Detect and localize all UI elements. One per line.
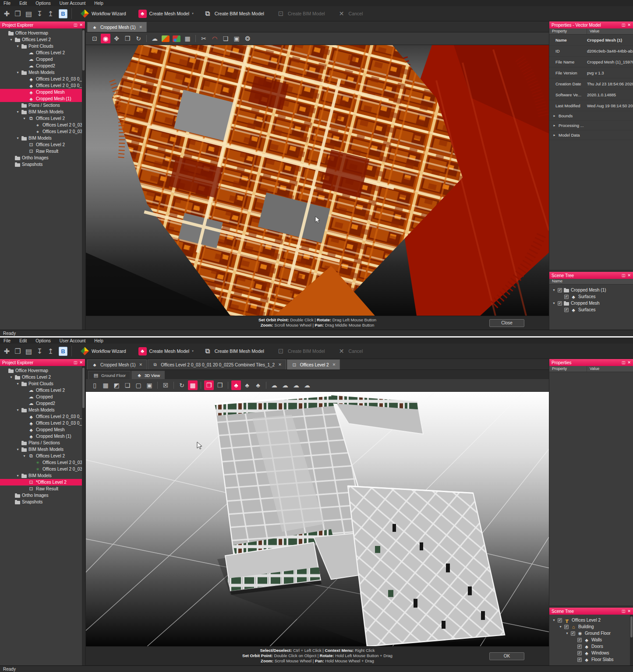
- tree-item[interactable]: ▾ BIM Models: [0, 135, 85, 141]
- tree-item[interactable]: ▾ Point Clouds: [0, 43, 85, 49]
- cloud-display-4-icon[interactable]: ☁: [302, 380, 312, 390]
- open-file-icon[interactable]: ❐: [12, 8, 23, 19]
- tree-item[interactable]: Cropped Mesh: [0, 89, 85, 95]
- scrollbar[interactable]: [82, 366, 85, 665]
- expander-icon[interactable]: ▾: [9, 375, 13, 379]
- view-tab[interactable]: Cropped Mesh (1) ✕: [87, 359, 147, 369]
- toolbar-button[interactable]: ♣ Create Mesh Model ▾: [134, 345, 198, 358]
- dock-icon[interactable]: ◫: [622, 609, 626, 613]
- floor-plan-icon[interactable]: ❏: [123, 380, 132, 390]
- elevation-display-icon[interactable]: [173, 35, 180, 42]
- bim-launcher-icon[interactable]: B: [59, 347, 67, 356]
- wireframe-display-icon[interactable]: ▦: [183, 34, 192, 43]
- new-file-icon[interactable]: ✚: [1, 345, 12, 357]
- tree-item[interactable]: ▾ Offices Level 2: [0, 374, 85, 380]
- rotate-view-icon[interactable]: ↻: [134, 34, 143, 43]
- tree-item[interactable]: Ortho Images: [0, 155, 85, 161]
- scene-tree-item[interactable]: ✓ Surfaces: [549, 293, 633, 300]
- tree-item[interactable]: Offices Level 2 0_03 0_01 ...: [0, 128, 85, 135]
- scene-tree-item[interactable]: ✓ Surfaces: [549, 306, 633, 313]
- expander-icon[interactable]: ▾: [16, 44, 20, 48]
- expander-icon[interactable]: ▾: [16, 447, 20, 451]
- visibility-checkbox[interactable]: ✓: [571, 631, 575, 636]
- dock-icon[interactable]: ◫: [622, 273, 626, 278]
- import-icon[interactable]: ↧: [34, 8, 45, 19]
- expander-icon[interactable]: ▾: [552, 288, 556, 292]
- tree-item[interactable]: Offices Level 2 0_03 0_01 ...: [0, 466, 85, 472]
- close-icon[interactable]: ✕: [79, 23, 83, 27]
- save-file-icon[interactable]: ▤: [23, 8, 34, 19]
- menu-item[interactable]: File: [4, 1, 11, 6]
- tree-item[interactable]: Raw Result: [0, 148, 85, 155]
- toolbar-button[interactable]: ✕ Cancel: [332, 7, 371, 20]
- expander-icon[interactable]: ▾: [16, 474, 20, 478]
- rotate-view-icon[interactable]: ↻: [177, 380, 187, 390]
- select-region-icon[interactable]: ⊡: [90, 34, 99, 43]
- scene-tree-item[interactable]: ▾ ✓ Ground Floor: [549, 630, 633, 637]
- tree-item[interactable]: Snapshots: [0, 161, 85, 168]
- scene-tree-item[interactable]: ▾ ✓ Building: [549, 623, 633, 630]
- visibility-checkbox[interactable]: ✓: [558, 301, 562, 306]
- tree-item[interactable]: ▾ Offices Level 2: [0, 453, 85, 459]
- tree-item[interactable]: ▾ Mesh Models: [0, 69, 85, 76]
- ifc-grid-icon[interactable]: ▦: [188, 380, 198, 390]
- bim-launcher-icon[interactable]: B: [59, 9, 67, 18]
- add-slab-icon[interactable]: ◩: [112, 380, 121, 390]
- solid-view-icon[interactable]: ❒: [204, 380, 214, 390]
- export-icon[interactable]: ↥: [45, 8, 56, 19]
- dock-icon[interactable]: ◫: [74, 23, 78, 27]
- tree-item[interactable]: ▾ Mesh Models: [0, 407, 85, 413]
- close-icon[interactable]: ✕: [79, 360, 83, 365]
- tree-item[interactable]: ▾ Offices Level 2: [0, 36, 85, 43]
- point-cloud-viewport[interactable]: [86, 45, 549, 316]
- snapshot-tool-icon[interactable]: ▣: [145, 380, 154, 390]
- new-sheet-icon[interactable]: ▢: [134, 380, 143, 390]
- menu-item[interactable]: Edit: [19, 338, 27, 343]
- tree-item[interactable]: Plans / Sections: [0, 440, 85, 446]
- mesh-view-icon[interactable]: ♣: [231, 380, 241, 390]
- measure-tool-icon[interactable]: ◠: [210, 34, 219, 43]
- tree-item[interactable]: Offices Level 2 0_03 0_01 20 0...: [0, 413, 85, 420]
- tree-item[interactable]: Offices Level 2: [0, 387, 85, 394]
- scene-tree-item[interactable]: ▾ ✓ Cropped Mesh: [549, 300, 633, 306]
- tree-item[interactable]: Office Hovermap: [0, 367, 85, 374]
- visibility-checkbox[interactable]: ✓: [577, 658, 582, 662]
- add-window-icon[interactable]: ▦: [101, 380, 110, 390]
- visibility-checkbox[interactable]: ✓: [577, 644, 582, 649]
- visibility-checkbox[interactable]: ✓: [564, 308, 569, 312]
- toolbar-button[interactable]: ⊡ Create BIM Model: [272, 7, 332, 20]
- tree-item[interactable]: Offices Level 2: [0, 49, 85, 56]
- bim-model-viewport[interactable]: [86, 392, 549, 646]
- visibility-checkbox[interactable]: ✓: [577, 651, 582, 655]
- expander-icon[interactable]: ▸: [552, 114, 556, 118]
- expander-icon[interactable]: ▾: [9, 38, 13, 42]
- menu-item[interactable]: User Account: [60, 1, 85, 6]
- close-tab-icon[interactable]: ✕: [278, 362, 282, 367]
- toolbar-button[interactable]: ⊡ Create BIM Model: [272, 345, 332, 358]
- expander-icon[interactable]: ▾: [16, 136, 20, 140]
- tree-item[interactable]: Offices Level 2: [0, 141, 85, 148]
- scene-tree-item[interactable]: ▾ ✓ Offices Level 2: [549, 617, 633, 623]
- scene-tree-item[interactable]: ✓ Doors: [549, 643, 633, 650]
- expander-icon[interactable]: ▾: [16, 408, 20, 412]
- point-cloud-display-icon[interactable]: ☁: [150, 34, 159, 43]
- tree-item[interactable]: Offices Level 2 0_03 0_01 20 0...: [0, 82, 85, 89]
- visibility-checkbox[interactable]: ✓: [577, 638, 582, 642]
- render-settings-icon[interactable]: ❂: [243, 34, 252, 43]
- visibility-checkbox[interactable]: ✓: [558, 288, 562, 292]
- scene-tree-item[interactable]: ✓ Windows: [549, 650, 633, 656]
- cloud-display-2-icon[interactable]: ☁: [280, 380, 290, 390]
- toolbar-button[interactable]: ♣ Create Mesh Model ▾: [134, 7, 198, 20]
- tree-item[interactable]: Offices Level 2 0_03 0_01 ...: [0, 459, 85, 466]
- close-icon[interactable]: ✕: [627, 609, 631, 613]
- tree-item[interactable]: Cropped: [0, 56, 85, 63]
- vsep-icon[interactable]: [195, 35, 196, 42]
- scene-tree-item[interactable]: ✓ Walls: [549, 637, 633, 643]
- tree-item[interactable]: Offices Level 2 0_03 0_01 ...: [0, 122, 85, 128]
- clip-box-icon[interactable]: ❒: [123, 34, 132, 43]
- dock-icon[interactable]: ◫: [622, 23, 626, 27]
- add-door-icon[interactable]: ▯: [90, 380, 99, 390]
- expander-icon[interactable]: ▾: [16, 382, 20, 386]
- expander-icon[interactable]: ▾: [16, 70, 20, 74]
- snapshot-tool-icon[interactable]: ▣: [232, 34, 241, 43]
